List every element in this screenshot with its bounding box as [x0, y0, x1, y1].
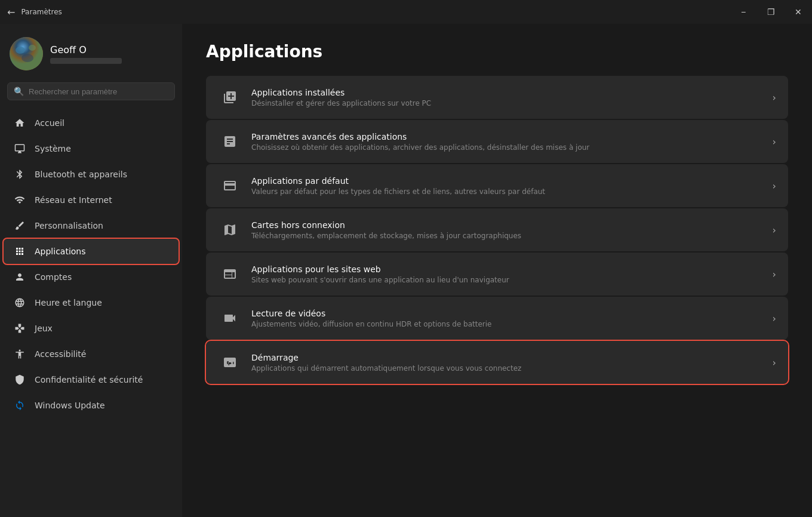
maps-text: Cartes hors connexion Téléchargements, e…: [251, 220, 767, 240]
sidebar-label-heure: Heure et langue: [35, 298, 102, 307]
setting-item-startup[interactable]: Démarrage Applications qui démarrent aut…: [206, 341, 788, 384]
search-icon: 🔍: [14, 87, 24, 96]
sidebar-label-jeux: Jeux: [35, 324, 53, 333]
sidebar-item-comptes[interactable]: Comptes: [4, 264, 179, 290]
apps-icon: [13, 245, 26, 258]
search-input[interactable]: [29, 87, 168, 96]
installed-title: Applications installées: [251, 88, 767, 97]
setting-item-advanced[interactable]: Paramètres avancés des applications Choi…: [206, 120, 788, 163]
installed-chevron: ›: [773, 92, 776, 103]
advanced-title: Paramètres avancés des applications: [251, 132, 767, 141]
startup-title: Démarrage: [251, 353, 767, 362]
video-icon: [218, 306, 242, 330]
websites-title: Applications pour les sites web: [251, 264, 767, 274]
startup-text: Démarrage Applications qui démarrent aut…: [251, 353, 767, 373]
maximize-button[interactable]: ❐: [757, 0, 785, 24]
video-title: Lecture de vidéos: [251, 309, 767, 318]
svg-point-2: [29, 45, 36, 51]
avatar: [10, 37, 43, 70]
title-bar-controls: − ❐ ✕: [730, 0, 812, 24]
title-bar: ← Paramètres − ❐ ✕: [0, 0, 812, 24]
title-bar-title: Paramètres: [21, 8, 61, 16]
back-button[interactable]: ←: [7, 7, 15, 18]
advanced-subtitle: Choisissez où obtenir des applications, …: [251, 143, 767, 152]
websites-icon: [218, 262, 242, 286]
setting-item-installed[interactable]: Applications installées Désinstaller et …: [206, 76, 788, 119]
page-title: Applications: [206, 42, 788, 61]
default-text: Applications par défaut Valeurs par défa…: [251, 176, 767, 196]
sidebar-label-accueil: Accueil: [35, 118, 64, 128]
startup-icon: [218, 350, 242, 374]
default-apps-icon: [218, 174, 242, 198]
user-profile[interactable]: Geoff O: [0, 30, 182, 82]
websites-subtitle: Sites web pouvant s'ouvrir dans une appl…: [251, 276, 767, 284]
websites-chevron: ›: [773, 269, 776, 280]
home-icon: [13, 116, 26, 130]
maps-title: Cartes hors connexion: [251, 220, 767, 230]
sidebar-item-heure[interactable]: Heure et langue: [4, 290, 179, 315]
default-title: Applications par défaut: [251, 176, 767, 186]
installed-text: Applications installées Désinstaller et …: [251, 88, 767, 107]
advanced-chevron: ›: [773, 136, 776, 147]
installed-subtitle: Désinstaller et gérer des applications s…: [251, 99, 767, 107]
setting-item-websites[interactable]: Applications pour les sites web Sites we…: [206, 253, 788, 296]
sidebar-label-windows-update: Windows Update: [35, 401, 105, 410]
svg-point-1: [16, 47, 25, 54]
sidebar-label-accessibilite: Accessibilité: [35, 349, 86, 359]
accessibility-icon: [13, 347, 26, 361]
maps-icon: [218, 218, 242, 242]
sidebar-item-systeme[interactable]: Système: [4, 136, 179, 161]
sidebar-item-reseau[interactable]: Réseau et Internet: [4, 187, 179, 213]
sidebar-item-jeux[interactable]: Jeux: [4, 316, 179, 341]
svg-point-3: [21, 54, 33, 62]
nav-menu: Accueil Système Bluetooth et appareils: [0, 110, 182, 418]
wifi-icon: [13, 193, 26, 207]
sidebar-item-applications[interactable]: Applications: [4, 239, 179, 264]
advanced-text: Paramètres avancés des applications Choi…: [251, 132, 767, 152]
search-box[interactable]: 🔍: [7, 82, 175, 100]
sidebar-item-accessibilite[interactable]: Accessibilité: [4, 341, 179, 367]
sidebar-item-personnalisation[interactable]: Personnalisation: [4, 213, 179, 238]
advanced-apps-icon: [218, 130, 242, 153]
setting-item-video[interactable]: Lecture de vidéos Ajustements vidéo, dif…: [206, 297, 788, 340]
sidebar-label-systeme: Système: [35, 144, 71, 153]
sidebar-label-comptes: Comptes: [35, 272, 72, 282]
sidebar-label-applications: Applications: [35, 247, 86, 256]
person-icon: [13, 270, 26, 284]
sidebar-label-personnalisation: Personnalisation: [35, 221, 103, 230]
user-email-bar: [50, 58, 122, 64]
installed-apps-icon: [218, 85, 242, 109]
startup-chevron: ›: [773, 357, 776, 368]
svg-point-0: [10, 37, 43, 70]
monitor-icon: [13, 142, 26, 155]
video-subtitle: Ajustements vidéo, diffusion en continu …: [251, 320, 767, 328]
sidebar-label-confidentialite: Confidentialité et sécurité: [35, 375, 143, 384]
sidebar-item-accueil[interactable]: Accueil: [4, 110, 179, 136]
maps-chevron: ›: [773, 224, 776, 236]
update-icon: [13, 399, 26, 412]
paint-icon: [13, 219, 26, 232]
startup-subtitle: Applications qui démarrent automatiqueme…: [251, 364, 767, 373]
game-icon: [13, 322, 26, 335]
websites-text: Applications pour les sites web Sites we…: [251, 264, 767, 284]
user-name: Geoff O: [50, 44, 122, 56]
close-button[interactable]: ✕: [785, 0, 812, 24]
maps-subtitle: Téléchargements, emplacement de stockage…: [251, 232, 767, 240]
main-content: Applications Applications installées Dés…: [182, 24, 812, 517]
settings-list: Applications installées Désinstaller et …: [206, 76, 788, 384]
sidebar-item-confidentialite[interactable]: Confidentialité et sécurité: [4, 367, 179, 392]
setting-item-default[interactable]: Applications par défaut Valeurs par défa…: [206, 164, 788, 207]
app-container: Geoff O 🔍 Accueil Système: [0, 24, 812, 517]
default-chevron: ›: [773, 180, 776, 192]
bluetooth-icon: [13, 168, 26, 181]
minimize-button[interactable]: −: [730, 0, 757, 24]
sidebar-label-bluetooth: Bluetooth et appareils: [35, 170, 127, 179]
sidebar-item-windows-update[interactable]: Windows Update: [4, 393, 179, 418]
title-bar-left: ← Paramètres: [7, 7, 62, 18]
setting-item-maps[interactable]: Cartes hors connexion Téléchargements, e…: [206, 208, 788, 251]
sidebar: Geoff O 🔍 Accueil Système: [0, 24, 182, 517]
video-chevron: ›: [773, 313, 776, 324]
sidebar-item-bluetooth[interactable]: Bluetooth et appareils: [4, 162, 179, 187]
video-text: Lecture de vidéos Ajustements vidéo, dif…: [251, 309, 767, 328]
globe-icon: [13, 296, 26, 309]
